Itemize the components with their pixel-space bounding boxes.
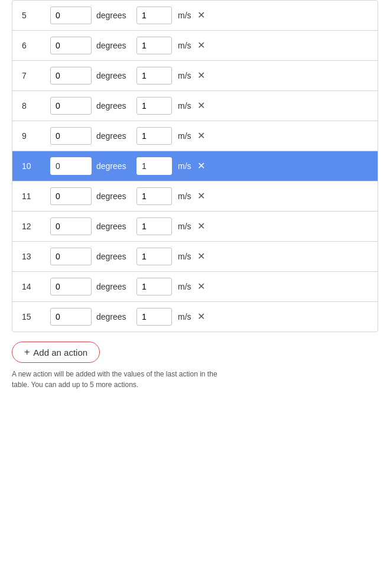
speed-input[interactable] — [136, 67, 172, 85]
table-row: 11degreesm/s✕ — [12, 181, 378, 212]
angle-unit-label: degrees — [96, 161, 132, 171]
row-number: 7 — [22, 71, 46, 80]
angle-input[interactable] — [50, 7, 92, 24]
row-number: 8 — [22, 101, 46, 111]
angle-unit-label: degrees — [96, 41, 132, 50]
angle-unit-label: degrees — [96, 101, 132, 111]
speed-input[interactable] — [136, 7, 172, 24]
speed-input[interactable] — [136, 278, 172, 295]
delete-row-button[interactable]: ✕ — [196, 101, 206, 111]
speed-input[interactable] — [136, 157, 172, 175]
add-action-area: + Add an action A new action will be add… — [12, 342, 378, 390]
table-row: 15degreesm/s✕ — [12, 302, 378, 332]
speed-input[interactable] — [136, 37, 172, 54]
speed-unit-label: m/s — [178, 101, 191, 111]
add-action-label: Add an action — [33, 347, 87, 358]
speed-unit-label: m/s — [178, 131, 191, 141]
delete-row-button[interactable]: ✕ — [196, 191, 206, 201]
row-number: 11 — [22, 191, 46, 201]
delete-row-button[interactable]: ✕ — [196, 222, 206, 231]
table-wrapper: 5degreesm/s✕6degreesm/s✕7degreesm/s✕8deg… — [12, 0, 378, 332]
delete-row-button[interactable]: ✕ — [196, 282, 206, 291]
angle-unit-label: degrees — [96, 252, 132, 261]
speed-input[interactable] — [136, 187, 172, 205]
delete-row-button[interactable]: ✕ — [196, 11, 206, 20]
speed-input[interactable] — [136, 308, 172, 326]
table-row: 6degreesm/s✕ — [12, 31, 378, 61]
speed-input[interactable] — [136, 217, 172, 235]
row-number: 12 — [22, 222, 46, 231]
hint-text: A new action will be added with the valu… — [12, 369, 236, 390]
speed-unit-label: m/s — [178, 222, 191, 231]
angle-input[interactable] — [50, 127, 92, 145]
speed-unit-label: m/s — [178, 41, 191, 50]
add-action-button[interactable]: + Add an action — [12, 342, 100, 363]
angle-unit-label: degrees — [96, 11, 132, 20]
table-row: 5degreesm/s✕ — [12, 1, 378, 31]
row-number: 6 — [22, 41, 46, 50]
angle-input[interactable] — [50, 67, 92, 85]
row-number: 15 — [22, 312, 46, 321]
row-number: 10 — [22, 161, 46, 171]
delete-row-button[interactable]: ✕ — [196, 161, 206, 171]
speed-input[interactable] — [136, 248, 172, 265]
angle-unit-label: degrees — [96, 282, 132, 291]
table-row: 8degreesm/s✕ — [12, 91, 378, 121]
table-row: 10degreesm/s✕ — [12, 151, 378, 181]
angle-input[interactable] — [50, 248, 92, 265]
plus-icon: + — [24, 347, 30, 358]
angle-input[interactable] — [50, 217, 92, 235]
angle-input[interactable] — [50, 308, 92, 326]
delete-row-button[interactable]: ✕ — [196, 41, 206, 50]
speed-unit-label: m/s — [178, 252, 191, 261]
speed-unit-label: m/s — [178, 312, 191, 321]
speed-unit-label: m/s — [178, 191, 191, 201]
table-row: 12degreesm/s✕ — [12, 212, 378, 242]
speed-unit-label: m/s — [178, 282, 191, 291]
angle-unit-label: degrees — [96, 312, 132, 321]
table-row: 14degreesm/s✕ — [12, 272, 378, 302]
angle-input[interactable] — [50, 37, 92, 54]
table-row: 9degreesm/s✕ — [12, 121, 378, 151]
delete-row-button[interactable]: ✕ — [196, 252, 206, 261]
row-number: 13 — [22, 252, 46, 261]
angle-unit-label: degrees — [96, 131, 132, 141]
angle-input[interactable] — [50, 157, 92, 175]
speed-input[interactable] — [136, 97, 172, 115]
delete-row-button[interactable]: ✕ — [196, 131, 206, 141]
angle-unit-label: degrees — [96, 222, 132, 231]
angle-input[interactable] — [50, 278, 92, 295]
angle-unit-label: degrees — [96, 191, 132, 201]
table-row: 13degreesm/s✕ — [12, 242, 378, 272]
speed-input[interactable] — [136, 127, 172, 145]
row-number: 14 — [22, 282, 46, 291]
row-number: 5 — [22, 11, 46, 20]
speed-unit-label: m/s — [178, 161, 191, 171]
angle-unit-label: degrees — [96, 71, 132, 80]
delete-row-button[interactable]: ✕ — [196, 71, 206, 80]
angle-input[interactable] — [50, 97, 92, 115]
delete-row-button[interactable]: ✕ — [196, 312, 206, 321]
table-row: 7degreesm/s✕ — [12, 61, 378, 91]
angle-input[interactable] — [50, 187, 92, 205]
speed-unit-label: m/s — [178, 11, 191, 20]
speed-unit-label: m/s — [178, 71, 191, 80]
row-number: 9 — [22, 131, 46, 141]
